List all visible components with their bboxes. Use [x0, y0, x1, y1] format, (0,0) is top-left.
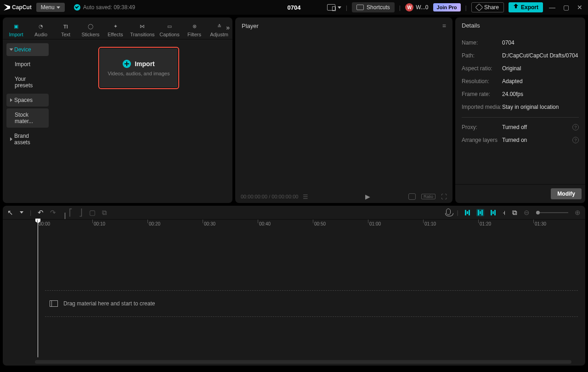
- link-icon: [475, 4, 483, 11]
- stickers-icon: ◯: [86, 23, 95, 31]
- tab-stickers[interactable]: ◯Stickers: [81, 23, 100, 37]
- upload-icon: [513, 5, 519, 10]
- sidebar-item-import[interactable]: Import: [6, 58, 49, 71]
- zoom-in-button[interactable]: ⊕: [575, 209, 581, 217]
- modify-button[interactable]: Modify: [551, 188, 582, 199]
- export-button[interactable]: Export: [509, 2, 543, 12]
- close-button[interactable]: ✕: [575, 3, 584, 12]
- capcut-icon: [4, 4, 10, 11]
- chevron-down-icon[interactable]: [20, 211, 23, 214]
- player-viewport[interactable]: [235, 34, 452, 190]
- detail-name: 0704: [502, 39, 579, 46]
- caret-right-icon: [10, 98, 12, 102]
- import-drop-zone[interactable]: Import Videos, audios, and images: [98, 47, 179, 89]
- app-logo: CapCut: [4, 4, 32, 11]
- timeline-drop-zone[interactable]: Drag material here and start to create: [45, 290, 578, 317]
- magnet-right-button[interactable]: [491, 210, 496, 215]
- details-title: Details: [462, 22, 480, 29]
- magnet-center-button[interactable]: [476, 209, 484, 216]
- text-icon: TI: [62, 23, 70, 31]
- zoom-out-button[interactable]: ⊖: [524, 209, 530, 217]
- timeline-panel: ↖ | ↶ ↷ ⎡ ⎦ ▢ ⧉ | ⫞ ⧉ ⊖ ⊕ 00:00 00:10 00…: [3, 206, 585, 366]
- captions-icon: ▭: [165, 23, 174, 31]
- record-button[interactable]: [446, 209, 451, 216]
- check-circle-icon: [74, 4, 80, 11]
- player-panel: Player ≡ 00:00:00:00 / 00:00:00:00 ☰ ▶ R…: [235, 17, 452, 203]
- detail-path: D:/CapCut/CapCut Drafts/0704: [502, 52, 579, 59]
- import-icon: ▣: [12, 23, 20, 31]
- minimize-button[interactable]: —: [548, 3, 557, 12]
- sidebar-item-presets[interactable]: Your presets: [6, 73, 49, 92]
- list-icon[interactable]: ☰: [303, 193, 308, 200]
- timeline-scrollbar[interactable]: [35, 360, 571, 364]
- join-pro-button[interactable]: Join Pro: [433, 3, 461, 11]
- transitions-icon: ⋈: [138, 23, 147, 31]
- shortcuts-button[interactable]: Shortcuts: [352, 2, 395, 12]
- help-icon[interactable]: ?: [572, 124, 579, 130]
- brand-label: CapCut: [12, 4, 32, 11]
- tab-transitions[interactable]: ⋈Transitions: [130, 23, 154, 37]
- crop-button[interactable]: ⧉: [102, 209, 107, 217]
- tab-effects[interactable]: ✦Effects: [106, 23, 125, 37]
- pointer-tool[interactable]: ↖: [7, 209, 13, 217]
- autosave-status: Auto saved: 09:38:49: [74, 4, 135, 11]
- magnet-left-button[interactable]: [465, 210, 470, 215]
- sidebar-item-spaces[interactable]: Spaces: [6, 94, 49, 107]
- tab-filters[interactable]: ⊗Filters: [185, 23, 204, 37]
- timeline-ruler[interactable]: 00:00 00:10 00:20 00:30 00:40 00:50 01:0…: [3, 220, 585, 231]
- redo-button[interactable]: ↷: [50, 209, 56, 217]
- detail-framerate: 24.00fps: [502, 91, 579, 97]
- adjustment-icon: ≛: [215, 23, 223, 31]
- zoom-slider[interactable]: [536, 212, 568, 213]
- sidebar-item-stock[interactable]: Stock mater...: [6, 108, 49, 128]
- menu-button[interactable]: Menu: [36, 3, 65, 12]
- player-menu-button[interactable]: ≡: [442, 22, 446, 29]
- clip-icon: [50, 300, 58, 307]
- project-title: 0704: [288, 4, 301, 11]
- username: W...0: [416, 4, 428, 11]
- user-profile[interactable]: W W...0: [405, 3, 428, 11]
- media-panel: ▣Import ◔Audio TIText ◯Stickers ✦Effects…: [3, 17, 232, 203]
- chevron-down-icon: [57, 6, 60, 9]
- share-button[interactable]: Share: [471, 2, 504, 12]
- ratio-button[interactable]: Ratio: [421, 194, 435, 199]
- keyboard-icon: [356, 5, 364, 10]
- devices-icon: [327, 4, 335, 11]
- tab-import[interactable]: ▣Import: [6, 23, 26, 37]
- effects-icon: ✦: [111, 23, 119, 31]
- detail-proxy: Turned off: [502, 124, 572, 130]
- details-panel: Details Name:0704 Path:D:/CapCut/CapCut …: [455, 17, 585, 203]
- sidebar-item-brand[interactable]: Brand assets: [6, 130, 49, 149]
- crop-icon[interactable]: [408, 193, 416, 200]
- split-left-button[interactable]: ⎡: [69, 209, 73, 217]
- more-tabs-button[interactable]: »: [226, 24, 230, 31]
- tab-text[interactable]: TIText: [56, 23, 75, 37]
- detail-layers: Turned on: [502, 137, 572, 143]
- tab-audio[interactable]: ◔Audio: [31, 23, 51, 37]
- chevron-down-icon: [338, 6, 341, 9]
- maximize-button[interactable]: ▢: [561, 3, 571, 12]
- detail-resolution: Adapted: [502, 78, 579, 85]
- plus-icon: [123, 60, 131, 68]
- audio-icon: ◔: [37, 23, 45, 31]
- preview-button[interactable]: ⧉: [512, 209, 517, 217]
- help-icon[interactable]: ?: [572, 137, 579, 143]
- fullscreen-button[interactable]: ⛶: [441, 193, 447, 200]
- timecode: 00:00:00:00 / 00:00:00:00: [241, 194, 298, 199]
- split-right-button[interactable]: ⎦: [79, 209, 83, 217]
- detail-aspect: Original: [502, 65, 579, 72]
- avatar: W: [405, 3, 413, 11]
- player-title: Player: [242, 23, 259, 29]
- sidebar-item-device[interactable]: Device: [6, 43, 49, 56]
- tab-captions[interactable]: ▭Captions: [160, 23, 179, 37]
- delete-button[interactable]: ▢: [89, 209, 96, 217]
- play-button[interactable]: ▶: [365, 193, 370, 200]
- caret-down-icon: [10, 49, 13, 51]
- filters-icon: ⊗: [190, 23, 198, 31]
- align-button[interactable]: ⫞: [502, 209, 506, 216]
- undo-button[interactable]: ↶: [38, 209, 44, 217]
- caret-right-icon: [10, 137, 12, 141]
- devices-dropdown[interactable]: [327, 4, 341, 11]
- detail-imported-media: Stay in original location: [502, 104, 579, 110]
